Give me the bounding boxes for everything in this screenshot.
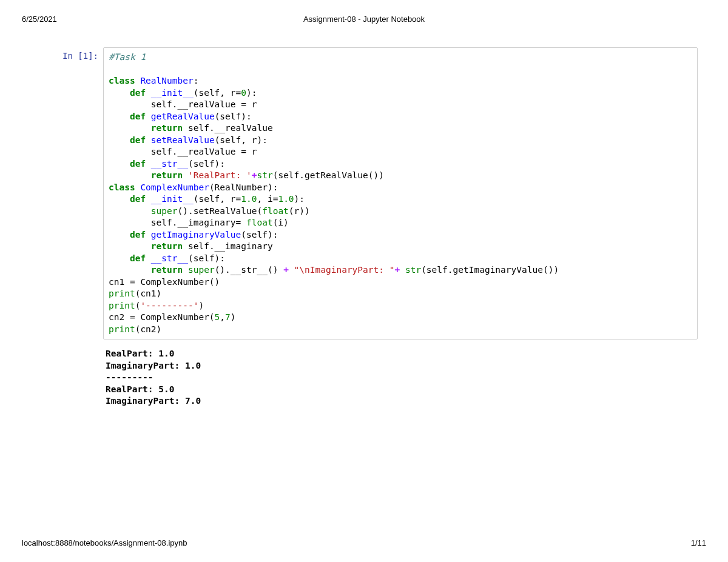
code-token: float <box>262 206 289 216</box>
code-token <box>109 170 151 180</box>
header-title: Assignment-08 - Jupyter Notebook <box>250 15 478 24</box>
code-token: cn2 = ComplexNumber( <box>109 312 215 322</box>
code-token <box>109 147 151 156</box>
code-token: super <box>188 265 215 275</box>
footer-page: 1/11 <box>691 538 706 547</box>
code-token: ): <box>246 88 257 98</box>
code-token: (cn2) <box>135 324 162 334</box>
code-token: self.__imaginary= <box>151 218 246 227</box>
code-token: (self): <box>188 159 225 169</box>
code-token: ) <box>198 301 204 310</box>
header-spacer <box>478 15 706 24</box>
code-token: (self.getImaginaryValue()) <box>421 265 559 275</box>
notebook-body: In [1]: #Task 1 class RealNumber: def __… <box>61 47 698 416</box>
code-token: (self, r): <box>215 135 268 145</box>
code-token: def <box>130 135 146 145</box>
code-token: 'RealPart: ' <box>183 170 252 180</box>
code-token <box>109 123 151 133</box>
code-token: (RealNumber): <box>209 182 278 192</box>
code-token: 1.0 <box>241 194 257 204</box>
code-token: return <box>151 170 183 180</box>
code-token: self.__imaginary <box>183 241 272 251</box>
code-token: (self): <box>241 230 278 239</box>
code-token: getRealValue <box>151 112 215 121</box>
code-token: __init__ <box>151 194 194 204</box>
code-token: (self.getRealValue()) <box>273 170 384 180</box>
code-cell: In [1]: #Task 1 class RealNumber: def __… <box>61 47 698 340</box>
code-token <box>183 265 188 275</box>
code-token <box>109 241 151 251</box>
code-token: ().setRealValue( <box>178 206 263 216</box>
code-token: print <box>109 301 135 310</box>
code-token: class <box>109 182 135 192</box>
code-token <box>109 218 151 227</box>
code-token: setRealValue <box>151 135 215 145</box>
code-token: #Task 1 <box>109 52 146 62</box>
code-token <box>109 99 151 109</box>
code-token: (r)) <box>289 206 310 216</box>
code-token <box>109 265 151 275</box>
code-token: "\nImaginaryPart: " <box>289 265 395 275</box>
code-token <box>109 194 130 204</box>
print-header: 6/25/2021 Assignment-08 - Jupyter Notebo… <box>22 15 706 24</box>
code-token: print <box>109 289 135 298</box>
code-token: : <box>194 76 199 85</box>
code-token: def <box>130 230 146 239</box>
code-token: (self, r= <box>194 194 241 204</box>
code-token: (cn1) <box>135 289 162 298</box>
code-token: ) <box>231 312 236 322</box>
code-token: (i) <box>273 218 289 227</box>
code-token: print <box>109 324 135 334</box>
header-date: 6/25/2021 <box>22 15 250 24</box>
output-prompt <box>61 348 103 407</box>
code-token: super <box>151 206 178 216</box>
code-token: str <box>257 170 272 180</box>
code-token: return <box>151 123 183 133</box>
code-token: , i= <box>257 194 278 204</box>
code-token: (self): <box>188 253 225 263</box>
code-token <box>109 112 130 121</box>
footer-path: localhost:8888/notebooks/Assignment-08.i… <box>22 538 187 547</box>
code-token <box>400 265 405 275</box>
code-token <box>109 230 130 239</box>
code-token: getImaginaryValue <box>151 230 241 239</box>
code-token: , <box>220 312 225 322</box>
code-token: return <box>151 241 183 251</box>
code-token: ().__str__() <box>215 265 284 275</box>
code-token: RealNumber <box>140 76 193 85</box>
code-token: self.__realValue = r <box>151 147 257 156</box>
code-input[interactable]: #Task 1 class RealNumber: def __init__(s… <box>103 47 698 340</box>
code-token: '---------' <box>140 301 198 310</box>
code-token: ComplexNumber <box>140 182 209 192</box>
code-token <box>109 206 151 216</box>
code-token: self.__realValue = r <box>151 99 257 109</box>
code-token: __init__ <box>151 88 194 98</box>
code-token: self.__realValue <box>183 123 272 133</box>
code-token: __str__ <box>151 253 188 263</box>
print-footer: localhost:8888/notebooks/Assignment-08.i… <box>22 538 706 547</box>
code-token: float <box>246 218 273 227</box>
code-token <box>109 253 130 263</box>
code-token: + <box>283 265 289 275</box>
code-token <box>109 88 130 98</box>
code-token: + <box>394 265 400 275</box>
code-token: def <box>130 112 146 121</box>
code-token: return <box>151 265 183 275</box>
code-token: 0 <box>241 88 246 98</box>
code-token <box>109 159 130 169</box>
code-token: str <box>405 265 421 275</box>
code-token: def <box>130 194 146 204</box>
code-token: __str__ <box>151 159 188 169</box>
code-token: 7 <box>225 312 231 322</box>
code-token: (self): <box>215 112 252 121</box>
code-token <box>109 135 130 145</box>
code-token: def <box>130 159 146 169</box>
code-token: ): <box>294 194 305 204</box>
code-token: (self, r= <box>194 88 241 98</box>
code-token: class <box>109 76 135 85</box>
input-prompt: In [1]: <box>61 47 103 340</box>
code-token: def <box>130 88 146 98</box>
code-token: cn1 = ComplexNumber() <box>109 277 220 287</box>
output-cell: RealPart: 1.0 ImaginaryPart: 1.0 -------… <box>61 348 698 407</box>
code-token: 1.0 <box>278 194 294 204</box>
